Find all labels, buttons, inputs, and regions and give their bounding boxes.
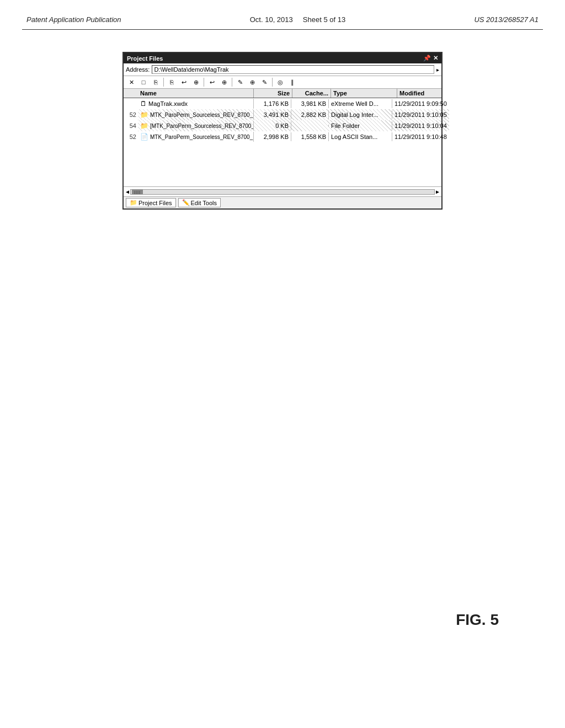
toolbar-close-btn[interactable]: ✕ [126, 77, 137, 87]
scroll-left-btn[interactable]: ◀ [126, 189, 129, 195]
header-sheet: Sheet 5 of 13 [303, 15, 345, 24]
toolbar-camera-btn[interactable]: ◎ [275, 77, 286, 87]
toolbar-undo-btn[interactable]: ↩ [178, 77, 189, 87]
toolbar-redo-btn[interactable]: ↩ [206, 77, 217, 87]
file-type-3: Log ASCII Stan... [329, 132, 392, 141]
toolbar-list-btn[interactable]: ∥ [287, 77, 298, 87]
col-header-type[interactable]: Type [331, 89, 397, 98]
page-header: Patent Application Publication Oct. 10, … [0, 0, 565, 29]
dialog-title-bar: Project Files 📌 ✕ [124, 53, 441, 63]
toolbar-copy-btn[interactable]: ⎘ [150, 77, 161, 87]
header-right: US 2013/268527 A1 [474, 15, 539, 24]
file-size-2: 0 KB [254, 121, 291, 130]
row-num-3: 52 [124, 131, 138, 142]
file-dialog: Project Files 📌 ✕ Address: ▸ ✕ □ ⎘ ⎘ ↩ ⊕… [122, 52, 443, 210]
file-name-2: 📁 [MTK_ParoPerm_Sourceless_REV_8700_1055… [138, 121, 254, 131]
toolbar-edit-btn[interactable]: ✎ [234, 77, 246, 87]
file-type-2: File Folder [329, 121, 392, 130]
edit-tools-icon: ✏️ [182, 199, 190, 206]
table-row-empty-4 [124, 175, 441, 186]
toolbar-sep-1 [163, 78, 164, 87]
table-row[interactable]: 54 📁 [MTK_ParoPerm_Sourceless_REV_8700_1… [124, 120, 441, 131]
num-col-header [124, 89, 138, 98]
header-left: Patent Application Publication [26, 15, 121, 24]
toolbar: ✕ □ ⎘ ⎘ ↩ ⊕ ↩ ⊕ ✎ ⊕ ✎ ◎ ∥ [124, 76, 441, 89]
fig-label: FIG. 5 [456, 611, 499, 629]
title-bar-left: Project Files [127, 55, 163, 62]
file-cache-3: 1,558 KB [291, 132, 329, 141]
toolbar-sep-2 [204, 78, 204, 87]
scrollbar-track[interactable] [130, 189, 435, 195]
col-header-modified[interactable]: Modified [397, 89, 441, 98]
tab-edit-tools-label: Edit Tools [191, 200, 217, 206]
row-content-1: 📁 MTK_ParoPerm_Sourceless_REV_8700_10550… [138, 109, 449, 120]
file-name-3: 📄 MTK_ParoPerm_Sourceless_REV_8700_10550… [138, 132, 254, 142]
scrollbar-thumb[interactable] [132, 190, 143, 194]
row-content-0: 🗒 MagTrak.xwdx 1,176 KB 3,981 KB eXtreme… [138, 98, 449, 109]
file-modified-0: 11/29/2011 9:09:50 [392, 99, 449, 108]
project-files-icon: 📁 [130, 199, 137, 206]
row-content-2: 📁 [MTK_ParoPerm_Sourceless_REV_8700_1055… [138, 120, 449, 131]
file-name-text-1: MTK_ParoPerm_Sourceless_REV_8700_10550_f… [150, 112, 254, 118]
file-modified-3: 11/29/2011 9:10:48 [392, 132, 449, 141]
pin-icon[interactable]: 📌 [423, 55, 431, 62]
file-row-0[interactable]: 🗒 MagTrak.xwdx 1,176 KB 3,981 KB eXtreme… [138, 98, 449, 109]
table-row-empty-3 [124, 164, 441, 175]
table-row[interactable]: 52 📄 MTK_ParoPerm_Sourceless_REV_8700_10… [124, 131, 441, 142]
toolbar-paste-btn[interactable]: ⎘ [166, 77, 177, 87]
file-icon-2: 📁 [140, 122, 148, 130]
file-modified-1: 11/29/2011 9:10:05 [392, 110, 449, 119]
tab-project-files-label: Project Files [138, 200, 172, 206]
file-cache-0: 3,981 KB [291, 99, 329, 108]
table-row[interactable]: 52 📁 MTK_ParoPerm_Sourceless_REV_8700_10… [124, 109, 441, 120]
row-num-0 [124, 98, 138, 109]
column-headers: Name Size Cache... Type Modified [124, 89, 441, 98]
col-header-name[interactable]: Name [138, 89, 254, 98]
col-header-size[interactable]: Size [254, 89, 292, 98]
toolbar-edit2-btn[interactable]: ✎ [259, 77, 270, 87]
file-name-text-0: MagTrak.xwdx [148, 100, 188, 107]
col-header-cache[interactable]: Cache... [292, 89, 331, 98]
file-cache-2 [291, 125, 329, 127]
file-row-3[interactable]: 📄 MTK_ParoPerm_Sourceless_REV_8700_10550… [138, 131, 449, 142]
file-icon-3: 📄 [140, 133, 148, 141]
file-modified-2: 11/29/2011 9:10:04 [392, 121, 449, 130]
tab-bar: 📁 Project Files ✏️ Edit Tools [124, 196, 441, 208]
scrollbar-grip-icon [132, 190, 143, 195]
table-row[interactable]: 🗒 MagTrak.xwdx 1,176 KB 3,981 KB eXtreme… [124, 98, 441, 109]
row-num-2: 54 [124, 120, 138, 131]
file-name-1: 📁 MTK_ParoPerm_Sourceless_REV_8700_10550… [138, 110, 254, 120]
address-label: Address: [126, 66, 150, 73]
address-arrow-icon[interactable]: ▸ [436, 67, 439, 73]
table-row-empty-1 [124, 142, 441, 153]
file-size-1: 3,491 KB [254, 110, 291, 119]
toolbar-add3-btn[interactable]: ⊕ [247, 77, 258, 87]
header-center: Oct. 10, 2013 Sheet 5 of 13 [250, 15, 345, 24]
toolbar-minimize-btn[interactable]: □ [138, 77, 149, 87]
toolbar-add2-btn[interactable]: ⊕ [218, 77, 230, 87]
tab-project-files[interactable]: 📁 Project Files [126, 198, 176, 207]
file-name-0: 🗒 MagTrak.xwdx [138, 99, 254, 109]
file-size-0: 1,176 KB [254, 99, 291, 108]
file-icon-1: 📁 [140, 111, 148, 119]
close-icon[interactable]: ✕ [433, 55, 438, 62]
header-date: Oct. 10, 2013 [250, 15, 293, 24]
toolbar-sep-3 [232, 78, 232, 87]
toolbar-sep-4 [272, 78, 273, 87]
row-num-1: 52 [124, 109, 138, 120]
file-row-2[interactable]: 📁 [MTK_ParoPerm_Sourceless_REV_8700_1055… [138, 120, 449, 131]
file-type-1: Digital Log Inter... [329, 110, 392, 119]
tab-edit-tools[interactable]: ✏️ Edit Tools [178, 198, 221, 207]
file-row-1[interactable]: 📁 MTK_ParoPerm_Sourceless_REV_8700_10550… [138, 109, 449, 120]
dialog-title: Project Files [127, 55, 163, 62]
toolbar-add-btn[interactable]: ⊕ [190, 77, 201, 87]
table-row-empty-2 [124, 153, 441, 164]
horizontal-scrollbar: ◀ ▶ [124, 186, 441, 196]
file-list: 🗒 MagTrak.xwdx 1,176 KB 3,981 KB eXtreme… [124, 98, 441, 186]
file-name-text-3: MTK_ParoPerm_Sourceless_REV_8700_10550_f… [150, 134, 254, 140]
file-cache-1: 2,882 KB [291, 110, 329, 119]
file-name-text-2: [MTK_ParoPerm_Sourceless_REV_8700_10550_… [150, 123, 254, 129]
file-size-3: 2,998 KB [254, 132, 291, 141]
address-input[interactable] [152, 65, 434, 74]
scroll-right-btn[interactable]: ▶ [436, 189, 439, 195]
